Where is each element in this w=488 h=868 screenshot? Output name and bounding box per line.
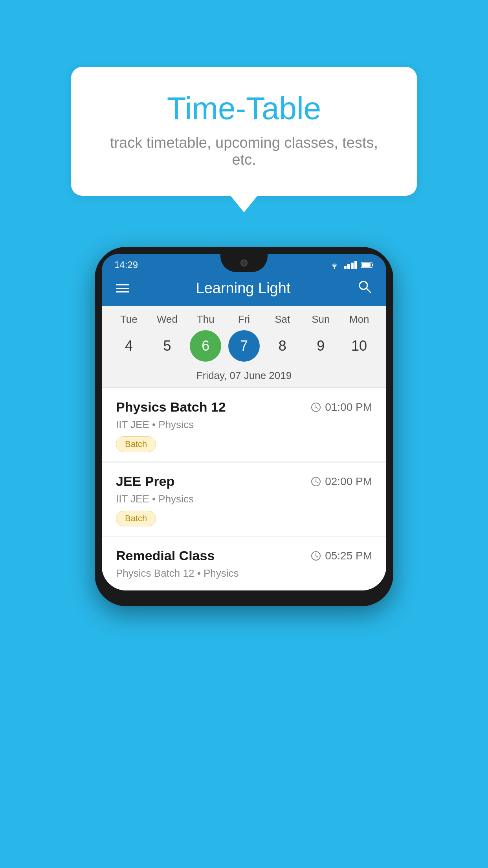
- day-numbers: 4 5 6 7 8 9 10: [102, 329, 386, 367]
- wifi-icon: [329, 261, 340, 269]
- card-2-subtitle: IIT JEE • Physics: [116, 493, 372, 505]
- day-name-sat: Sat: [267, 313, 298, 326]
- svg-line-14: [316, 556, 318, 557]
- clock-icon-3: [311, 551, 321, 561]
- day-5[interactable]: 5: [152, 330, 183, 362]
- class-card-1[interactable]: Physics Batch 12 01:00 PM IIT JEE • Phys…: [102, 388, 386, 462]
- svg-line-11: [316, 482, 318, 483]
- card-3-title: Remedial Class: [116, 548, 215, 563]
- phone-shell: 14:29: [95, 247, 393, 606]
- svg-line-5: [366, 288, 371, 292]
- app-header: Learning Light: [102, 270, 386, 306]
- phone-camera: [240, 259, 248, 267]
- card-3-time: 05:25 PM: [311, 550, 372, 562]
- day-name-wed: Wed: [152, 313, 183, 326]
- day-6-today[interactable]: 6: [190, 330, 221, 362]
- card-2-top-row: JEE Prep 02:00 PM: [116, 474, 372, 489]
- search-icon[interactable]: [357, 279, 372, 298]
- svg-rect-2: [372, 264, 373, 266]
- clock-icon-2: [311, 476, 321, 487]
- status-time: 14:29: [114, 258, 138, 270]
- day-headers: Tue Wed Thu Fri Sat Sun Mon: [102, 310, 386, 329]
- card-2-badge: Batch: [116, 511, 156, 526]
- class-card-3-partial[interactable]: Remedial Class 05:25 PM Physics Batch 12…: [102, 537, 386, 590]
- card-3-top-row: Remedial Class 05:25 PM: [116, 548, 372, 563]
- day-4[interactable]: 4: [113, 330, 145, 362]
- card-1-subtitle: IIT JEE • Physics: [116, 419, 372, 431]
- selected-date-label: Friday, 07 June 2019: [102, 367, 386, 388]
- tooltip-card: Time-Table track timetable, upcoming cla…: [71, 67, 417, 196]
- day-name-sun: Sun: [305, 313, 336, 326]
- day-8[interactable]: 8: [267, 330, 298, 362]
- hamburger-menu-icon[interactable]: [116, 284, 129, 292]
- day-name-tue: Tue: [113, 313, 145, 326]
- battery-icon: [361, 262, 374, 268]
- signal-icon: [344, 261, 357, 269]
- card-1-badge: Batch: [116, 436, 156, 452]
- clock-icon-1: [311, 402, 321, 412]
- day-name-mon: Mon: [343, 313, 375, 326]
- card-1-time: 01:00 PM: [311, 401, 372, 414]
- phone-screen: Tue Wed Thu Fri Sat Sun Mon 4 5 6 7 8 9 …: [102, 306, 386, 590]
- card-2-title: JEE Prep: [116, 474, 174, 489]
- phone-mockup: 14:29: [95, 247, 393, 606]
- calendar-strip: Tue Wed Thu Fri Sat Sun Mon 4 5 6 7 8 9 …: [102, 306, 386, 388]
- card-2-time: 02:00 PM: [311, 475, 372, 488]
- card-3-subtitle: Physics Batch 12 • Physics: [116, 567, 372, 579]
- day-10[interactable]: 10: [343, 330, 375, 362]
- day-9[interactable]: 9: [305, 330, 336, 362]
- card-1-top-row: Physics Batch 12 01:00 PM: [116, 399, 372, 415]
- day-name-fri: Fri: [228, 313, 260, 326]
- tooltip-subtitle: track timetable, upcoming classes, tests…: [103, 134, 385, 168]
- svg-point-0: [334, 268, 335, 269]
- status-icons: [329, 259, 374, 269]
- svg-line-8: [316, 407, 318, 408]
- card-1-title: Physics Batch 12: [116, 399, 226, 415]
- day-name-thu: Thu: [190, 313, 221, 326]
- class-card-2[interactable]: JEE Prep 02:00 PM IIT JEE • Physics Batc…: [102, 463, 386, 536]
- svg-rect-3: [362, 263, 371, 267]
- app-title: Learning Light: [196, 280, 291, 297]
- tooltip-title: Time-Table: [103, 90, 385, 127]
- day-7-selected[interactable]: 7: [228, 330, 260, 362]
- status-bar: 14:29: [102, 254, 386, 270]
- phone-notch: [220, 254, 268, 272]
